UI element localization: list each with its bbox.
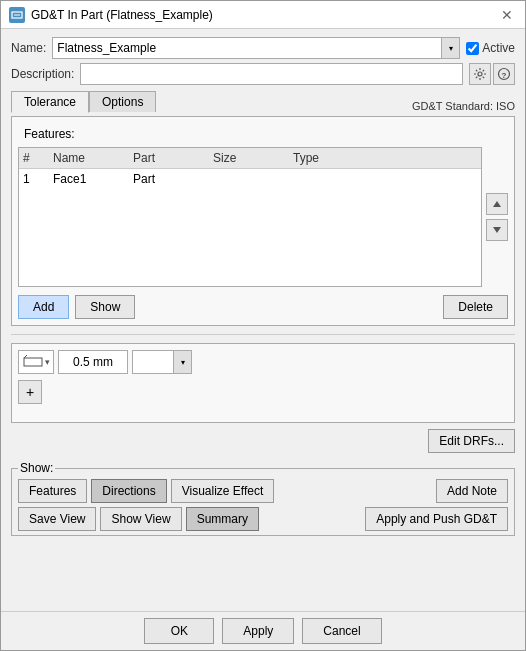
row-name: Face1: [49, 171, 129, 187]
svg-point-2: [478, 72, 482, 76]
table-header: # Name Part Size Type: [19, 148, 481, 169]
row-num: 1: [19, 171, 49, 187]
apply-button[interactable]: Apply: [222, 618, 294, 644]
help-icon-btn[interactable]: ?: [493, 63, 515, 85]
tabs: Tolerance Options: [11, 91, 156, 112]
svg-marker-6: [493, 227, 501, 233]
show-section-legend: Show:: [18, 461, 55, 475]
name-combo-arrow[interactable]: ▾: [441, 38, 459, 58]
cancel-button[interactable]: Cancel: [302, 618, 381, 644]
active-checkbox[interactable]: [466, 42, 479, 55]
features-outer: # Name Part Size Type 1 Face1 Part: [18, 147, 508, 287]
row-type: [289, 171, 481, 187]
tolerance-unit-combo[interactable]: ▾: [132, 350, 192, 374]
features-label: Features:: [18, 123, 508, 143]
bottom-bar: OK Apply Cancel: [1, 611, 525, 650]
features-table-wrap: # Name Part Size Type 1 Face1 Part: [18, 147, 482, 287]
move-up-button[interactable]: [486, 193, 508, 215]
tabs-row: Tolerance Options GD&T Standard: ISO: [11, 89, 515, 112]
name-label: Name:: [11, 41, 46, 55]
tolerance-value-input[interactable]: [58, 350, 128, 374]
save-view-button[interactable]: Save View: [18, 507, 96, 531]
icon-buttons: ?: [469, 63, 515, 85]
row-part: Part: [129, 171, 209, 187]
name-combo[interactable]: ▾: [52, 37, 460, 59]
add-tolerance-button[interactable]: +: [18, 380, 42, 404]
features-btn-row: Add Show Delete: [18, 295, 508, 319]
side-arrows: [486, 147, 508, 287]
col-part: Part: [129, 150, 209, 166]
show-view-button[interactable]: Show View: [100, 507, 181, 531]
active-checkbox-row: Active: [466, 41, 515, 55]
app-icon: [9, 7, 25, 23]
show-button[interactable]: Show: [75, 295, 135, 319]
add-note-button[interactable]: Add Note: [436, 479, 508, 503]
edit-drfs-button[interactable]: Edit DRFs...: [428, 429, 515, 453]
unit-combo-arrow[interactable]: ▾: [173, 351, 191, 373]
edit-drfs-row: Edit DRFs...: [11, 429, 515, 453]
show-section: Show: Features Directions Visualize Effe…: [11, 461, 515, 536]
col-size: Size: [209, 150, 289, 166]
tab-options[interactable]: Options: [89, 91, 156, 112]
show-buttons-row-2: Save View Show View Summary Apply and Pu…: [18, 507, 508, 531]
gear-icon-btn[interactable]: [469, 63, 491, 85]
main-content: Name: ▾ Active Description:: [1, 29, 525, 611]
move-down-button[interactable]: [486, 219, 508, 241]
plus-btn-row: +: [18, 380, 508, 404]
col-name: Name: [49, 150, 129, 166]
name-row: Name: ▾ Active: [11, 37, 515, 59]
tolerance-shape-btn[interactable]: ▾: [18, 350, 54, 374]
tab-tolerance[interactable]: Tolerance: [11, 91, 89, 113]
col-num: #: [19, 150, 49, 166]
table-row[interactable]: 1 Face1 Part: [19, 169, 481, 189]
summary-button[interactable]: Summary: [186, 507, 259, 531]
tolerance-row: ▾ ▾: [18, 350, 508, 374]
show-buttons-row-1: Features Directions Visualize Effect Add…: [18, 479, 508, 503]
window-title: GD&T In Part (Flatness_Example): [31, 8, 213, 22]
standard-label: GD&T Standard: ISO: [412, 100, 515, 112]
ok-button[interactable]: OK: [144, 618, 214, 644]
add-button[interactable]: Add: [18, 295, 69, 319]
description-label: Description:: [11, 67, 74, 81]
visualize-effect-button[interactable]: Visualize Effect: [171, 479, 275, 503]
name-input[interactable]: [53, 38, 441, 58]
separator-1: [11, 334, 515, 335]
titlebar: GD&T In Part (Flatness_Example) ✕: [1, 1, 525, 29]
svg-text:?: ?: [502, 71, 507, 80]
description-row: Description: ?: [11, 63, 515, 85]
main-window: GD&T In Part (Flatness_Example) ✕ Name: …: [0, 0, 526, 651]
delete-button[interactable]: Delete: [443, 295, 508, 319]
show-directions-button[interactable]: Directions: [91, 479, 166, 503]
apply-push-button[interactable]: Apply and Push GD&T: [365, 507, 508, 531]
show-features-button[interactable]: Features: [18, 479, 87, 503]
active-label: Active: [482, 41, 515, 55]
row-size: [209, 171, 289, 187]
close-button[interactable]: ✕: [497, 7, 517, 23]
svg-marker-5: [493, 201, 501, 207]
description-input[interactable]: [80, 63, 463, 85]
col-type: Type: [289, 150, 481, 166]
svg-rect-7: [24, 358, 42, 366]
titlebar-left: GD&T In Part (Flatness_Example): [9, 7, 213, 23]
